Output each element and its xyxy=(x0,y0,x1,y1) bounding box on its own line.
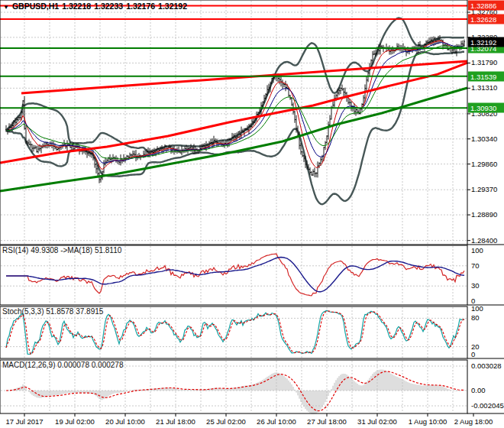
time-axis-label: 2 Aug 18:00 xyxy=(441,417,504,426)
symbol-timeframe-label: GBPUSD,H1 xyxy=(12,2,59,11)
support-price-badge: 1.31539 xyxy=(468,71,504,81)
chart-title: ▼GBPUSD,H11.322181.322331.321761.32192 xyxy=(3,2,190,11)
resistance-price-badge: 1.32628 xyxy=(468,15,504,24)
price-tick-label: 1.31790 xyxy=(471,58,497,67)
ohlc-low: 1.32176 xyxy=(126,2,155,11)
price-tick-label: 1.31310 xyxy=(471,83,497,92)
stoch-scale-label: 100 xyxy=(471,304,483,313)
ohlc-close: 1.32192 xyxy=(158,2,187,11)
rsi-scale-label: 70 xyxy=(471,261,480,271)
macd-scale-label: 0.00 xyxy=(471,386,486,395)
macd-indicator-label: MACD(12,26,9) 0.000078 0.000278 xyxy=(2,361,123,369)
macd-scale-label: 0.003028 xyxy=(471,362,502,371)
stoch-scale-label: 80 xyxy=(471,313,480,323)
price-tick-label: 1.28400 xyxy=(471,236,497,245)
price-tick-label: 1.28890 xyxy=(471,210,497,219)
symbol-marker-icon: ▼ xyxy=(3,4,9,11)
stoch-indicator-label: Stoch(5,3,3) 51.8578 37.8915 xyxy=(2,307,103,316)
ohlc-open: 1.32218 xyxy=(62,2,91,11)
rsi-scale-label: 100 xyxy=(471,246,483,255)
rsi-indicator-label: RSI(14) 49.9308 ->MA(18) 51.8110 xyxy=(2,246,121,255)
ohlc-high: 1.32233 xyxy=(94,2,123,11)
stoch-scale-label: 0 xyxy=(471,350,475,359)
price-tick-label: 1.30340 xyxy=(471,135,497,144)
current-price-badge: 1.32192 xyxy=(468,37,504,47)
macd-scale-label: -0.002045 xyxy=(471,401,504,410)
price-tick-label: 1.29370 xyxy=(471,185,497,194)
support-price-badge: 1.30930 xyxy=(468,103,504,113)
rsi-scale-label: 30 xyxy=(471,281,480,290)
resistance-price-badge: 1.32886 xyxy=(468,1,504,11)
price-tick-label: 1.29860 xyxy=(471,160,497,169)
trading-chart-window: ▼GBPUSD,H11.322181.322331.321761.32192 R… xyxy=(0,0,504,428)
